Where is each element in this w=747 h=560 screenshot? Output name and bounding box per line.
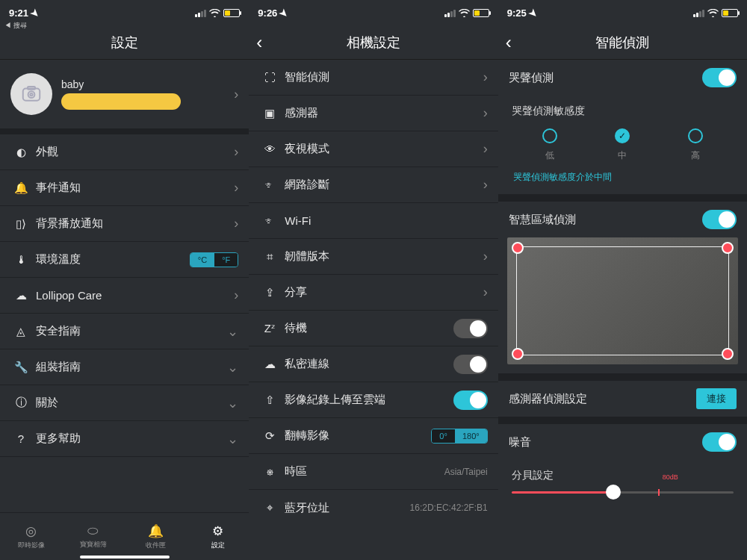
navbar: ‹ 智能偵測 <box>498 26 747 59</box>
noise-toggle[interactable] <box>702 432 737 452</box>
wifi-icon <box>707 9 719 17</box>
standby-toggle[interactable] <box>453 319 488 338</box>
cone-icon: ◬ <box>10 325 31 338</box>
battery-icon <box>722 9 738 17</box>
row-safety[interactable]: ◬安全指南⌄ <box>0 314 249 349</box>
row-background[interactable]: ▯⟩背景播放通知› <box>0 206 249 242</box>
back-button[interactable]: ‹ <box>506 32 512 53</box>
svg-point-2 <box>30 93 32 96</box>
share-icon: ⇪ <box>259 286 280 299</box>
row-privacy[interactable]: ☁私密連線 <box>249 346 498 382</box>
row-night-vision[interactable]: 👁夜視模式› <box>249 131 498 167</box>
tabbar: ◎即時影像 ⬭寶寶相簿 🔔收件匣 ⚙設定 <box>0 512 249 560</box>
zone-handle-br[interactable] <box>722 348 734 360</box>
location-icon: ➤ <box>278 6 291 19</box>
wrench-icon: 🔧 <box>10 361 31 374</box>
tab-inbox[interactable]: 🔔收件匣 <box>125 523 187 550</box>
radio-high[interactable]: 高 <box>688 128 703 162</box>
chevron-right-icon: › <box>483 249 488 264</box>
tab-album[interactable]: ⬭寶寶相簿 <box>62 523 124 550</box>
chevron-right-icon: › <box>483 105 488 121</box>
row-wifi[interactable]: ᯤWi-Fi <box>249 203 498 239</box>
location-icon: ➤ <box>527 6 540 19</box>
chevron-down-icon: ⌄ <box>227 323 238 340</box>
row-appearance[interactable]: ◐外觀› <box>0 134 249 170</box>
signal-icon <box>444 10 456 17</box>
row-rotate[interactable]: ⟳翻轉影像 0°180° <box>249 418 498 454</box>
chevron-down-icon: ⌄ <box>227 431 238 447</box>
page-title: 智能偵測 <box>595 34 649 52</box>
row-share[interactable]: ⇪分享› <box>249 275 498 311</box>
help-icon: ? <box>10 432 31 445</box>
detect-icon: ⛶ <box>259 71 280 84</box>
row-care[interactable]: ☁Lollipop Care› <box>0 278 249 314</box>
tab-live[interactable]: ◎即時影像 <box>0 523 62 550</box>
chevron-right-icon: › <box>234 216 238 231</box>
chevron-down-icon: ⌄ <box>227 359 238 376</box>
row-setup[interactable]: 🔧組裝指南⌄ <box>0 349 249 385</box>
row-firmware[interactable]: ⌗韌體版本› <box>249 239 498 275</box>
zone-handle-tr[interactable] <box>722 242 734 254</box>
signal-icon <box>195 10 206 17</box>
wifi-icon <box>459 9 470 17</box>
row-smart-detection[interactable]: ⛶智能偵測› <box>249 60 498 96</box>
sensor-icon: ▣ <box>259 107 280 120</box>
radio-low[interactable]: 低 <box>542 128 557 162</box>
sensitivity-radios: 低 ✓中 高 <box>498 121 747 167</box>
zone-toggle[interactable] <box>702 210 737 229</box>
profile-name: baby <box>61 78 225 90</box>
row-temperature[interactable]: 🌡環境溫度 °C°F <box>0 242 249 278</box>
cloud-toggle[interactable] <box>453 391 488 410</box>
temp-segment[interactable]: °C°F <box>190 252 238 267</box>
globe-icon: ◐ <box>10 146 31 159</box>
avatar <box>10 73 52 115</box>
status-right <box>195 9 240 17</box>
back-button[interactable]: ‹ <box>256 32 262 53</box>
zone-handle-tl[interactable] <box>512 242 524 254</box>
camera-settings-pane: 9:26➤ ‹ 相機設定 ⛶智能偵測› ▣感測器› 👁夜視模式› ᯤ網路診斷› … <box>249 0 498 560</box>
chevron-right-icon: › <box>483 284 488 300</box>
svg-rect-0 <box>23 89 40 101</box>
bluetooth-icon: ⌖ <box>259 501 280 514</box>
privacy-toggle[interactable] <box>453 355 488 374</box>
home-indicator[interactable] <box>80 556 170 559</box>
db-slider[interactable]: 80dB <box>498 485 747 505</box>
detection-zone-editor[interactable] <box>507 237 738 364</box>
row-network-diag[interactable]: ᯤ網路診斷› <box>249 167 498 203</box>
status-time: 9:25 <box>507 7 527 19</box>
row-timezone[interactable]: ⎈時區Asia/Taipei <box>249 454 498 490</box>
tab-settings[interactable]: ⚙設定 <box>187 523 249 550</box>
profile-redacted <box>61 93 181 110</box>
wifi-icon: ᯤ <box>259 214 280 227</box>
chevron-right-icon: › <box>234 87 238 102</box>
rotation-segment[interactable]: 0°180° <box>431 429 487 444</box>
row-events[interactable]: 🔔事件通知› <box>0 170 249 206</box>
row-cloud-upload[interactable]: ⇧影像紀錄上傳至雲端 <box>249 382 498 418</box>
row-sensor-settings: 感測器偵測設定連接 <box>498 381 747 417</box>
row-sensors[interactable]: ▣感測器› <box>249 96 498 131</box>
album-icon: ⬭ <box>87 523 99 538</box>
cry-toggle[interactable] <box>702 68 737 87</box>
svg-point-1 <box>28 91 35 98</box>
row-about[interactable]: ⓘ關於⌄ <box>0 385 249 421</box>
slider-mark: 80dB <box>663 473 678 481</box>
row-help[interactable]: ?更多幫助⌄ <box>0 421 249 457</box>
chevron-right-icon: › <box>234 180 238 196</box>
navbar: 設定 <box>0 26 249 59</box>
signal-icon <box>693 10 704 17</box>
gear-icon: ⚙ <box>212 523 223 539</box>
zone-handle-bl[interactable] <box>512 348 524 360</box>
row-bluetooth[interactable]: ⌖藍牙位址16:2D:EC:42:2F:B1 <box>249 490 498 526</box>
status-bar: 9:21➤ <box>0 0 249 26</box>
connect-button[interactable]: 連接 <box>696 388 737 409</box>
inbox-icon: 🔔 <box>148 523 164 539</box>
row-zone-detection: 智慧區域偵測 <box>498 202 747 237</box>
row-standby[interactable]: Zᶻ待機 <box>249 311 498 346</box>
radio-mid[interactable]: ✓中 <box>615 128 630 162</box>
info-icon: ⓘ <box>10 396 31 410</box>
settings-pane: 9:21➤ ◀ 搜尋 設定 baby › ◐外觀› 🔔事件通知› ▯⟩背景播放通… <box>0 0 249 560</box>
battery-icon <box>473 9 489 17</box>
rotate-icon: ⟳ <box>259 429 280 443</box>
profile-row[interactable]: baby › <box>0 60 249 134</box>
slider-thumb[interactable] <box>606 485 621 500</box>
